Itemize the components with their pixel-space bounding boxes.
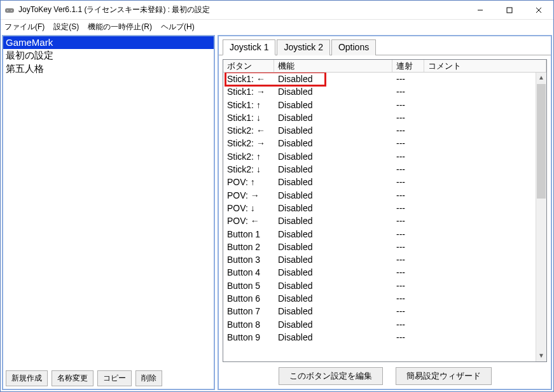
table-row[interactable]: Button 5Disabled--- — [223, 279, 546, 292]
cell: --- — [392, 176, 424, 188]
menu-pause[interactable]: 機能の一時停止(R) — [88, 22, 152, 32]
cell: --- — [392, 189, 424, 202]
cell: --- — [392, 73, 424, 85]
menu-file[interactable]: ファイル(F) — [4, 22, 45, 32]
cell: Disabled — [274, 73, 392, 85]
cell: Button 8 — [223, 318, 274, 331]
title-bar: JoyToKey Ver6.1.1 (ライセンスキー未登録) : 最初の設定 — [1, 1, 553, 20]
table-header: ボタン 機能 連射 コメント — [223, 60, 546, 73]
cell: POV: ← — [223, 214, 274, 227]
cell: Button 7 — [223, 305, 274, 318]
cell: --- — [392, 228, 424, 241]
col-comment[interactable]: コメント — [424, 60, 546, 72]
close-button[interactable] — [524, 1, 553, 19]
table-row[interactable]: Button 7Disabled--- — [223, 305, 546, 318]
table-row[interactable]: Stick2: ↓Disabled--- — [223, 163, 546, 176]
table-row[interactable]: Button 2Disabled--- — [223, 241, 546, 253]
svg-rect-0 — [5, 8, 14, 13]
table-row[interactable]: Button 9Disabled--- — [223, 331, 546, 344]
table-row[interactable]: Button 3Disabled--- — [223, 253, 546, 266]
cell: --- — [392, 305, 424, 318]
cell: Stick2: → — [223, 137, 274, 150]
cell: Stick1: ↓ — [223, 111, 274, 124]
maximize-button[interactable] — [495, 1, 524, 19]
cell: --- — [392, 111, 424, 124]
cell: Disabled — [274, 266, 392, 279]
cell: --- — [392, 124, 424, 137]
cell: --- — [392, 99, 424, 111]
cell: Disabled — [274, 279, 392, 292]
table-row[interactable]: Button 1Disabled--- — [223, 228, 546, 241]
copy-profile-button[interactable]: コピー — [97, 370, 132, 386]
right-panel: Joystick 1Joystick 2Options ボタン 機能 連射 コメ… — [218, 35, 552, 390]
app-icon — [4, 5, 15, 15]
table-row[interactable]: Stick1: ←Disabled--- — [223, 73, 546, 85]
cell: --- — [392, 137, 424, 150]
scroll-down-icon[interactable]: ▼ — [536, 351, 546, 361]
cell: Stick1: ← — [223, 73, 274, 85]
tab[interactable]: Joystick 1 — [223, 39, 275, 55]
cell: Button 1 — [223, 228, 274, 241]
cell: POV: → — [223, 189, 274, 202]
cell: --- — [392, 202, 424, 214]
cell: Disabled — [274, 150, 392, 163]
col-rapid[interactable]: 連射 — [392, 60, 424, 72]
profile-item[interactable]: GameMark — [3, 36, 214, 49]
cell: Button 6 — [223, 292, 274, 305]
table-row[interactable]: Button 6Disabled--- — [223, 292, 546, 305]
profile-item[interactable]: 最初の設定 — [3, 49, 214, 62]
menu-settings[interactable]: 設定(S) — [53, 22, 79, 32]
svg-point-1 — [7, 10, 8, 11]
table-row[interactable]: POV: ←Disabled--- — [223, 214, 546, 227]
col-button[interactable]: ボタン — [223, 60, 274, 72]
cell: Disabled — [274, 214, 392, 227]
table-body[interactable]: Stick1: ←Disabled---Stick1: →Disabled---… — [223, 73, 546, 361]
delete-profile-button[interactable]: 削除 — [135, 370, 162, 386]
cell: Disabled — [274, 99, 392, 111]
cell: Disabled — [274, 331, 392, 344]
left-panel: GameMark最初の設定第五人格 新規作成 名称変更 コピー 削除 — [2, 35, 215, 390]
cell: Button 4 — [223, 266, 274, 279]
tab[interactable]: Options — [331, 39, 376, 55]
table-row[interactable]: Stick1: ↑Disabled--- — [223, 99, 546, 111]
table-row[interactable]: Button 8Disabled--- — [223, 318, 546, 331]
cell: --- — [392, 318, 424, 331]
cell: --- — [392, 85, 424, 98]
new-profile-button[interactable]: 新規作成 — [6, 370, 48, 386]
minimize-button[interactable] — [466, 1, 495, 19]
profile-item[interactable]: 第五人格 — [3, 62, 214, 75]
rename-profile-button[interactable]: 名称変更 — [52, 370, 93, 386]
vertical-scrollbar[interactable]: ▲ ▼ — [536, 73, 546, 361]
cell: Stick2: ← — [223, 124, 274, 137]
table-row[interactable]: Stick1: →Disabled--- — [223, 85, 546, 98]
table-row[interactable]: Stick1: ↓Disabled--- — [223, 111, 546, 124]
table-row[interactable]: Stick2: →Disabled--- — [223, 137, 546, 150]
cell: --- — [392, 163, 424, 176]
svg-point-2 — [11, 10, 12, 11]
cell: --- — [392, 253, 424, 266]
cell: --- — [392, 331, 424, 344]
mapping-buttons: このボタン設定を編集 簡易設定ウィザード — [219, 363, 551, 389]
table-row[interactable]: Stick2: ↑Disabled--- — [223, 150, 546, 163]
table-row[interactable]: Button 4Disabled--- — [223, 266, 546, 279]
cell: Disabled — [274, 202, 392, 214]
tab[interactable]: Joystick 2 — [277, 39, 329, 55]
cell: Disabled — [274, 85, 392, 98]
scroll-thumb[interactable] — [537, 84, 546, 199]
wizard-button[interactable]: 簡易設定ウィザード — [396, 367, 492, 385]
app-window: JoyToKey Ver6.1.1 (ライセンスキー未登録) : 最初の設定 フ… — [0, 0, 554, 392]
table-row[interactable]: Stick2: ←Disabled--- — [223, 124, 546, 137]
table-row[interactable]: POV: →Disabled--- — [223, 189, 546, 202]
profile-list[interactable]: GameMark最初の設定第五人格 — [3, 36, 214, 368]
table-row[interactable]: POV: ↓Disabled--- — [223, 202, 546, 214]
cell: Button 5 — [223, 279, 274, 292]
edit-mapping-button[interactable]: このボタン設定を編集 — [279, 367, 383, 385]
cell: Stick1: ↑ — [223, 99, 274, 111]
menu-help[interactable]: ヘルプ(H) — [161, 22, 195, 32]
cell: Disabled — [274, 305, 392, 318]
scroll-track[interactable] — [536, 199, 546, 351]
col-function[interactable]: 機能 — [274, 60, 392, 72]
table-row[interactable]: POV: ↑Disabled--- — [223, 176, 546, 188]
cell: --- — [392, 292, 424, 305]
scroll-up-icon[interactable]: ▲ — [536, 73, 546, 83]
